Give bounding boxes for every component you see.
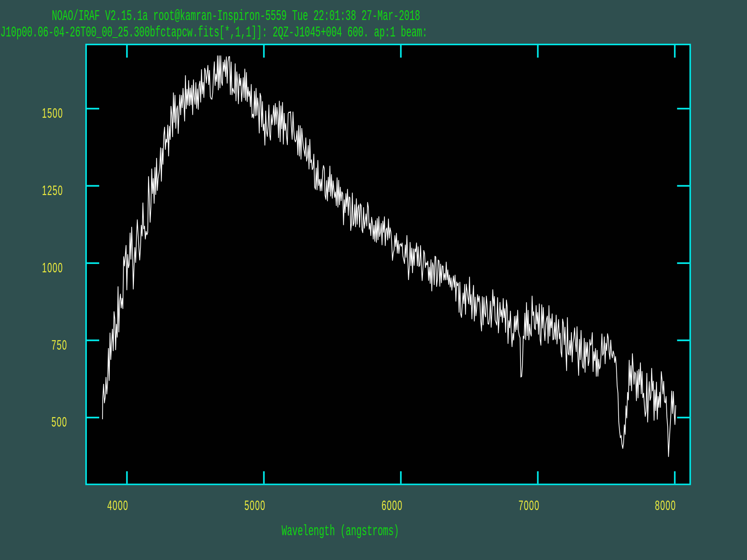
- svg-text:5000: 5000: [244, 498, 266, 513]
- svg-text:1500: 1500: [42, 105, 63, 121]
- svg-text:J10p00.06-04-26T00_00_25.300bf: J10p00.06-04-26T00_00_25.300bfctapcw.fit…: [0, 24, 427, 41]
- svg-text:750: 750: [51, 337, 67, 353]
- svg-text:6000: 6000: [382, 498, 403, 513]
- svg-text:8000: 8000: [655, 498, 676, 513]
- svg-text:4000: 4000: [107, 498, 128, 513]
- svg-text:500: 500: [51, 415, 67, 430]
- svg-text:Wavelength (angstroms): Wavelength (angstroms): [282, 523, 399, 540]
- svg-text:NOAO/IRAF V2.15.1a root@kamran: NOAO/IRAF V2.15.1a root@kamran-Inspiron-…: [52, 8, 420, 24]
- svg-text:1250: 1250: [42, 183, 63, 198]
- svg-text:7000: 7000: [519, 498, 540, 513]
- svg-text:1000: 1000: [42, 260, 63, 275]
